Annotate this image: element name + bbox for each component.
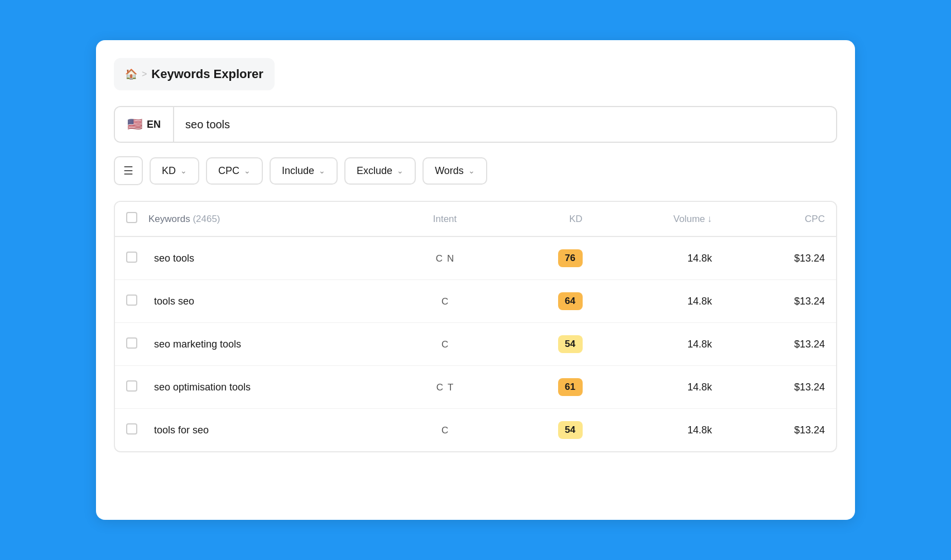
kd-badge: 76 [558,249,583,267]
row-checkbox-cell[interactable] [115,323,143,366]
row-cpc: $13.24 [723,280,836,323]
row-cpc: $13.24 [723,236,836,280]
row-kd: 61 [494,366,594,409]
col-header-cpc: CPC [723,202,836,236]
kd-badge: 54 [558,335,583,353]
row-kd: 54 [494,323,594,366]
intent-badge: C [441,296,448,307]
row-cpc: $13.24 [723,323,836,366]
kd-badge: 64 [558,292,583,310]
row-volume: 14.8k [594,323,723,366]
row-checkbox-cell[interactable] [115,280,143,323]
words-filter-button[interactable]: Words ⌄ [422,157,487,185]
row-kd: 76 [494,236,594,280]
row-intent: CN [396,236,494,280]
main-card: 🏠 > Keywords Explorer 🇺🇸 EN ☰ KD ⌄ CPC ⌄… [96,40,855,520]
col-header-kd: KD [494,202,594,236]
table-header-row: Keywords (2465) Intent KD Volume ↓ CPC [115,202,836,236]
table-row: seo optimisation toolsCT6114.8k$13.24 [115,366,836,409]
keywords-table: Keywords (2465) Intent KD Volume ↓ CPC s… [114,201,837,452]
filter-icon-button[interactable]: ☰ [114,156,143,185]
search-input[interactable] [174,108,836,141]
exclude-filter-button[interactable]: Exclude ⌄ [344,157,416,185]
flag-icon: 🇺🇸 [127,117,142,132]
col-header-intent: Intent [396,202,494,236]
row-kd: 54 [494,409,594,452]
words-filter-label: Words [435,165,464,177]
row-volume: 14.8k [594,280,723,323]
page-title: Keywords Explorer [151,67,263,81]
exclude-chevron-down-icon: ⌄ [397,166,404,175]
row-checkbox[interactable] [126,337,137,349]
kd-filter-label: KD [162,165,176,177]
table-row: seo marketing toolsC5414.8k$13.24 [115,323,836,366]
select-all-checkbox-header[interactable] [115,202,143,236]
row-keyword: tools seo [143,280,396,323]
row-checkbox[interactable] [126,252,137,263]
filter-row: ☰ KD ⌄ CPC ⌄ Include ⌄ Exclude ⌄ Words ⌄ [114,156,837,185]
include-filter-label: Include [282,165,314,177]
intent-badge: C [441,425,448,436]
row-intent: C [396,280,494,323]
kd-filter-button[interactable]: KD ⌄ [150,157,199,185]
breadcrumb-separator: > [142,69,147,79]
exclude-filter-label: Exclude [357,165,392,177]
row-checkbox[interactable] [126,423,137,435]
row-keyword: seo tools [143,236,396,280]
col-header-volume[interactable]: Volume ↓ [594,202,723,236]
include-filter-button[interactable]: Include ⌄ [270,157,338,185]
row-keyword: tools for seo [143,409,396,452]
table-row: seo toolsCN7614.8k$13.24 [115,236,836,280]
row-checkbox[interactable] [126,295,137,306]
row-volume: 14.8k [594,366,723,409]
language-selector[interactable]: 🇺🇸 EN [115,107,174,142]
row-cpc: $13.24 [723,366,836,409]
include-chevron-down-icon: ⌄ [319,166,325,175]
cpc-filter-button[interactable]: CPC ⌄ [206,157,263,185]
row-intent: CT [396,366,494,409]
row-keyword: seo marketing tools [143,323,396,366]
kd-badge: 54 [558,421,583,439]
intent-badge: C [436,253,443,264]
table-row: tools for seoC5414.8k$13.24 [115,409,836,452]
row-intent: C [396,323,494,366]
language-code: EN [147,119,161,131]
intent-badge: N [447,253,454,264]
kd-chevron-down-icon: ⌄ [180,166,187,175]
intent-badge: T [448,382,453,393]
col-header-keywords[interactable]: Keywords (2465) [143,202,396,236]
filter-icon: ☰ [123,164,133,177]
search-bar: 🇺🇸 EN [114,106,837,143]
row-keyword: seo optimisation tools [143,366,396,409]
table-row: tools seoC6414.8k$13.24 [115,280,836,323]
row-checkbox-cell[interactable] [115,409,143,452]
cpc-chevron-down-icon: ⌄ [244,166,251,175]
keywords-header-label: Keywords (2465) [148,214,220,224]
words-chevron-down-icon: ⌄ [468,166,475,175]
kd-badge: 61 [558,378,583,396]
row-kd: 64 [494,280,594,323]
row-checkbox[interactable] [126,380,137,392]
row-checkbox-cell[interactable] [115,236,143,280]
cpc-filter-label: CPC [218,165,239,177]
breadcrumb: 🏠 > Keywords Explorer [114,58,275,90]
row-checkbox-cell[interactable] [115,366,143,409]
intent-badge: C [436,382,443,393]
row-cpc: $13.24 [723,409,836,452]
row-volume: 14.8k [594,236,723,280]
intent-badge: C [441,339,448,350]
row-intent: C [396,409,494,452]
header-checkbox[interactable] [126,212,137,223]
sort-arrow-icon: ↓ [707,214,712,225]
row-volume: 14.8k [594,409,723,452]
home-icon[interactable]: 🏠 [125,68,137,80]
